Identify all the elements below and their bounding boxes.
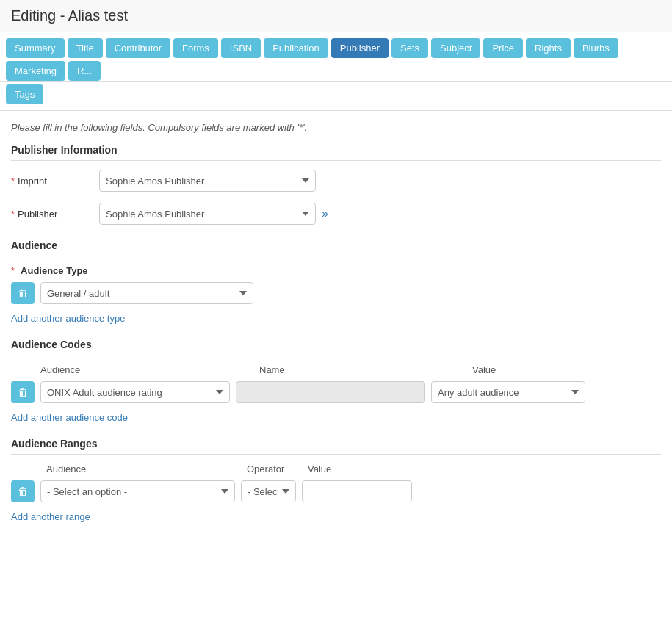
tab-tags[interactable]: Tags (6, 84, 43, 104)
tab-forms[interactable]: Forms (173, 38, 218, 58)
audience-section: Audience * Audience Type 🗑 General / adu… (11, 239, 661, 324)
col-name-header: Name (253, 364, 466, 375)
col-range-operator-header: Operator (247, 463, 302, 474)
publisher-row: *Publisher Sophie Amos Publisher » (11, 203, 661, 225)
range-value-input[interactable] (302, 480, 412, 502)
audience-code-row: 🗑 ONIX Adult audience rating Any adult a… (11, 381, 661, 403)
page-title: Editing - Alias test (11, 7, 661, 24)
required-star-publisher: * (11, 209, 15, 220)
tab-subject[interactable]: Subject (431, 38, 480, 58)
tab-contributor[interactable]: Contributor (106, 38, 170, 58)
col-range-audience-header: Audience (46, 463, 241, 474)
imprint-label: *Imprint (11, 176, 99, 187)
page-header: Editing - Alias test (0, 0, 672, 32)
audience-code-value-select[interactable]: Any adult audience (431, 381, 585, 403)
tab-more[interactable]: R... (68, 61, 101, 81)
tab-rights[interactable]: Rights (526, 38, 571, 58)
codes-column-headers: Audience Name Value (11, 364, 661, 375)
audience-ranges-title: Audience Ranges (11, 438, 661, 455)
expand-publisher-icon[interactable]: » (322, 207, 328, 220)
tab-isbn[interactable]: ISBN (221, 38, 261, 58)
required-star-audience: * (11, 265, 15, 276)
audience-codes-section: Audience Codes Audience Name Value 🗑 ONI… (11, 339, 661, 423)
tab-publication[interactable]: Publication (264, 38, 328, 58)
tab-sets[interactable]: Sets (391, 38, 428, 58)
add-audience-type-link[interactable]: Add another audience type (11, 313, 125, 324)
audience-range-row: 🗑 - Select an option - - Select - (11, 480, 661, 502)
publisher-controls: Sophie Amos Publisher » (99, 203, 328, 225)
ranges-column-headers: Audience Operator Value (11, 463, 661, 474)
tab-marketing[interactable]: Marketing (6, 61, 65, 81)
add-code-link[interactable]: Add another audience code (11, 412, 128, 423)
audience-type-header: * Audience Type (11, 265, 661, 276)
publisher-label: *Publisher (11, 209, 99, 220)
tab-blurbs[interactable]: Blurbs (574, 38, 618, 58)
add-range-link[interactable]: Add another range (11, 511, 90, 522)
audience-type-row: 🗑 General / adult (11, 282, 661, 304)
publisher-select[interactable]: Sophie Amos Publisher (99, 203, 316, 225)
delete-range-button[interactable]: 🗑 (11, 480, 35, 502)
nav-tabs: Summary Title Contributor Forms ISBN Pub… (0, 32, 672, 82)
trash-icon: 🗑 (18, 287, 28, 299)
range-audience-select[interactable]: - Select an option - (40, 480, 235, 502)
required-star-imprint: * (11, 176, 15, 187)
publisher-info-title: Publisher Information (11, 144, 661, 161)
content-area: Please fill in the following fields. Com… (0, 111, 672, 548)
publisher-info-section: Publisher Information *Imprint Sophie Am… (11, 144, 661, 225)
tab-title[interactable]: Title (68, 38, 103, 58)
trash-icon-code: 🗑 (18, 386, 28, 398)
delete-audience-type-button[interactable]: 🗑 (11, 282, 35, 304)
audience-ranges-section: Audience Ranges Audience Operator Value … (11, 438, 661, 522)
col-audience-header: Audience (40, 364, 253, 375)
instruction-text: Please fill in the following fields. Com… (11, 122, 661, 133)
tab-price[interactable]: Price (483, 38, 523, 58)
audience-type-select[interactable]: General / adult (40, 282, 253, 304)
col-range-value-header: Value (308, 463, 331, 474)
trash-icon-range: 🗑 (18, 485, 28, 497)
audience-title: Audience (11, 239, 661, 256)
delete-code-button[interactable]: 🗑 (11, 381, 35, 403)
audience-codes-title: Audience Codes (11, 339, 661, 355)
imprint-select[interactable]: Sophie Amos Publisher (99, 170, 316, 192)
col-value-header: Value (466, 364, 496, 375)
imprint-row: *Imprint Sophie Amos Publisher (11, 170, 661, 192)
tab-publisher[interactable]: Publisher (331, 38, 389, 58)
audience-type-label: Audience Type (21, 265, 88, 276)
range-operator-select[interactable]: - Select - (241, 480, 296, 502)
tab-summary[interactable]: Summary (6, 38, 65, 58)
audience-code-name-input[interactable] (236, 381, 425, 403)
audience-code-select[interactable]: ONIX Adult audience rating (40, 381, 230, 403)
